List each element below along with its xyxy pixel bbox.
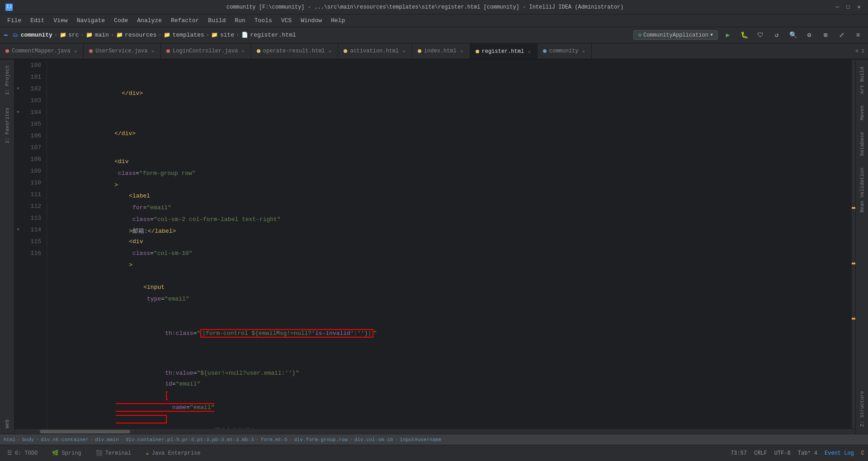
breadcrumb-main[interactable]: div.main xyxy=(95,437,119,442)
fold-109[interactable] xyxy=(14,165,22,177)
expand-button[interactable]: ⤢ xyxy=(835,29,848,42)
encoding-indicator[interactable]: UTF-8 xyxy=(774,450,791,456)
breadcrumb-html[interactable]: html xyxy=(4,437,15,442)
menu-analyze[interactable]: Analyze xyxy=(133,16,165,25)
fold-113[interactable] xyxy=(14,212,22,224)
nav-back-icon[interactable]: ⬅ xyxy=(4,31,8,40)
breadcrumb-body[interactable]: body xyxy=(22,437,34,442)
horizontal-scrollbar[interactable] xyxy=(14,428,855,434)
search-button[interactable]: 🔍 xyxy=(787,29,799,42)
tab-size-indicator[interactable]: Tab* 4 xyxy=(798,450,817,456)
nav-resources[interactable]: 📁 resources xyxy=(116,32,156,39)
left-panel-project[interactable]: 1: Project xyxy=(4,63,11,97)
right-panel-art-build[interactable]: Art Build xyxy=(858,63,867,97)
tab-close-community[interactable]: ✕ xyxy=(581,48,586,55)
tab-operate-result[interactable]: operate-result.html ✕ xyxy=(251,43,338,59)
code-scroll[interactable]: ▼ ▼ ▼ xyxy=(14,60,855,428)
fold-106[interactable] xyxy=(14,130,22,142)
nav-main[interactable]: 📁 main xyxy=(86,32,109,39)
tab-close-operate-result[interactable]: ✕ xyxy=(328,48,333,55)
fold-108[interactable] xyxy=(14,154,22,165)
bottom-tab-java-enterprise[interactable]: ☕ Java Enterprise xyxy=(142,448,204,458)
left-panel-favorites[interactable]: 2: Favorites xyxy=(4,106,11,145)
fold-104[interactable]: ▼ xyxy=(14,107,22,118)
left-panel-web[interactable]: Web xyxy=(4,418,11,430)
menu-run[interactable]: Run xyxy=(231,16,249,25)
menu-navigate[interactable]: Navigate xyxy=(73,16,108,25)
fold-101[interactable] xyxy=(14,71,22,83)
maximize-button[interactable]: □ xyxy=(844,4,852,11)
bottom-tab-todo[interactable]: ☰ 6: TODO xyxy=(4,448,41,458)
nav-site[interactable]: 📁 site xyxy=(211,32,234,39)
breadcrumb-col-sm-10[interactable]: div.col-sm-10 xyxy=(354,437,393,442)
right-panel-maven[interactable]: Maven xyxy=(858,102,867,124)
fold-112[interactable] xyxy=(14,201,22,212)
tab-close-comment-mapper[interactable]: ✕ xyxy=(73,48,78,55)
menu-build[interactable]: Build xyxy=(204,16,229,25)
bottom-tab-spring[interactable]: 🌿 Spring xyxy=(48,448,85,458)
code-content[interactable]: </div> </div> <div class="form-group ro xyxy=(47,60,852,428)
tab-close-index[interactable]: ✕ xyxy=(459,48,464,55)
right-panel-z-structure[interactable]: Z: Structure xyxy=(858,387,867,430)
line-ending[interactable]: CRLF xyxy=(754,450,767,456)
nav-register-html[interactable]: 📄 register.html xyxy=(241,32,296,39)
breadcrumb-input[interactable]: input#username xyxy=(400,437,441,442)
bottom-tab-terminal[interactable]: ⬛ Terminal xyxy=(92,448,135,458)
breadcrumb-form-group[interactable]: div.form-group.row xyxy=(294,437,348,442)
fold-110[interactable] xyxy=(14,177,22,189)
settings-button[interactable]: ≡ xyxy=(852,29,864,42)
minimize-button[interactable]: — xyxy=(834,4,841,11)
breadcrumb-nk-container[interactable]: div.nk-container xyxy=(41,437,89,442)
menu-refactor[interactable]: Refactor xyxy=(167,16,203,25)
menu-help[interactable]: Help xyxy=(327,16,349,25)
right-panel-bean-validation[interactable]: Bean Validation xyxy=(858,164,867,216)
fold-100[interactable] xyxy=(14,60,22,71)
scrollbar-track[interactable] xyxy=(852,60,855,428)
fold-105[interactable] xyxy=(14,118,22,130)
menu-file[interactable]: File xyxy=(4,16,25,25)
menu-code[interactable]: Code xyxy=(110,16,132,25)
breadcrumb-form[interactable]: form.mt-5 xyxy=(260,437,287,442)
close-button[interactable]: ✕ xyxy=(855,4,863,11)
nav-templates[interactable]: 📁 templates xyxy=(164,32,204,39)
layout-button[interactable]: ⊞ xyxy=(819,29,832,42)
fold-115[interactable] xyxy=(14,236,22,248)
tab-register[interactable]: register.html ✕ xyxy=(470,43,538,59)
menu-window[interactable]: Window xyxy=(297,16,326,25)
menu-vcs[interactable]: VCS xyxy=(278,16,295,25)
nav-project[interactable]: 🗂 community xyxy=(12,32,52,39)
right-panel-database[interactable]: Database xyxy=(858,128,867,160)
run-config-dropdown[interactable]: ⚙ CommunityApplication ▼ xyxy=(633,30,718,40)
tab-close-login-controller[interactable]: ✕ xyxy=(241,48,245,55)
tab-close-activation[interactable]: ✕ xyxy=(401,48,406,55)
tab-activation[interactable]: activation.html ✕ xyxy=(338,43,412,59)
gear-button[interactable]: ⚙ xyxy=(803,29,816,42)
refresh-button[interactable]: ↺ xyxy=(770,29,783,42)
menu-view[interactable]: View xyxy=(50,16,71,25)
tab-user-service[interactable]: UserService.java ✕ xyxy=(84,43,161,59)
breadcrumb-container[interactable]: div.container.pl-5.pr-5.pt-3.pb-3.mt-3.m… xyxy=(126,437,254,442)
debug-button[interactable]: 🐛 xyxy=(738,29,750,42)
tab-index[interactable]: index.html ✕ xyxy=(412,43,470,59)
cursor-position[interactable]: 73:57 xyxy=(731,450,747,456)
fold-102[interactable]: ▼ xyxy=(14,83,22,95)
fold-107[interactable] xyxy=(14,142,22,154)
tab-community[interactable]: community ✕ xyxy=(538,43,592,59)
tab-close-register[interactable]: ✕ xyxy=(527,48,532,55)
tab-login-controller[interactable]: LoginController.java ✕ xyxy=(161,43,251,59)
fold-116[interactable] xyxy=(14,248,22,259)
run-button[interactable]: ▶ xyxy=(722,29,734,42)
tab-overflow[interactable]: ≡ 2 xyxy=(852,43,868,59)
event-log-link[interactable]: Event Log xyxy=(825,450,854,456)
menu-edit[interactable]: Edit xyxy=(27,16,48,25)
fold-111[interactable] xyxy=(14,189,22,201)
h-scrollbar-thumb[interactable] xyxy=(40,430,130,433)
fold-103[interactable] xyxy=(14,95,22,107)
nav-src[interactable]: 📁 src xyxy=(59,32,79,39)
fold-114[interactable]: ▼ xyxy=(14,224,22,236)
window-controls[interactable]: — □ ✕ xyxy=(834,4,863,11)
tab-close-user-service[interactable]: ✕ xyxy=(150,48,155,55)
coverage-button[interactable]: 🛡 xyxy=(754,29,767,42)
menu-tools[interactable]: Tools xyxy=(251,16,276,25)
tab-comment-mapper[interactable]: CommentMapper.java ✕ xyxy=(0,43,84,59)
